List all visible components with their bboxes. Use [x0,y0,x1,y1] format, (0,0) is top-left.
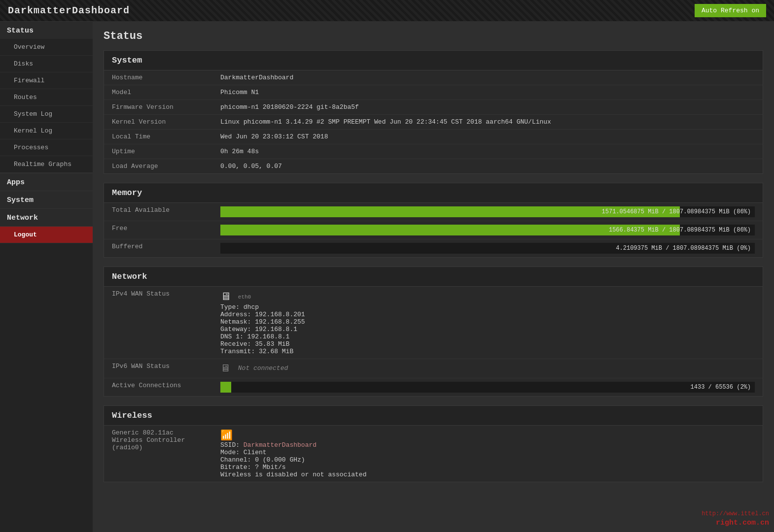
system-label-firmware: Firmware Version [104,100,212,115]
wireless-channel: 0 (0.000 GHz) [255,456,305,464]
sidebar-item-realtimegraphs[interactable]: Realtime Graphs [0,156,93,173]
network-bar-connections: 1433 / 65536 (2%) [212,378,763,397]
system-info-table: Hostname DarkmatterDashboard Model Phico… [104,70,763,173]
sidebar-item-systemlog[interactable]: System Log [0,106,93,123]
memory-label-buffered: Buffered [104,239,212,258]
memory-row-free: Free 1566.84375 MiB / 1807.08984375 MiB … [104,221,763,239]
memory-row-total: Total Available 1571.0546875 MiB / 1807.… [104,203,763,221]
memory-section-title: Memory [104,183,763,203]
network-section-title: Network [104,267,763,287]
wireless-bitrate: ? Mbit/s [255,464,285,471]
system-row-firmware: Firmware Version phicomm-n1 20180620-222… [104,100,763,115]
memory-bar-free: 1566.84375 MiB / 1807.08984375 MiB (86%) [212,221,763,239]
network-label-ipv4wan: IPv4 WAN Status [104,287,212,359]
system-value-loadavg: 0.00, 0.05, 0.07 [212,159,763,174]
network-ipv6-status: Not connected [238,365,288,372]
memory-text-buffered: 4.2109375 MiB / 1807.08984375 MiB (0%) [616,245,751,252]
system-value-uptime: 0h 26m 48s [212,144,763,159]
system-row-model: Model Phicomm N1 [104,85,763,100]
memory-info-table: Total Available 1571.0546875 MiB / 1807.… [104,203,763,257]
system-label-loadavg: Load Average [104,159,212,174]
sidebar-section-system: System [0,191,93,208]
memory-label-total: Total Available [104,203,212,221]
system-label-uptime: Uptime [104,144,212,159]
system-row-uptime: Uptime 0h 26m 48s [104,144,763,159]
network-row-ipv6wan: IPv6 WAN Status 🖥 Not connected [104,359,763,378]
system-section: System Hostname DarkmatterDashboard Mode… [104,50,763,174]
network-interface-label: eth0 [238,294,251,300]
network-text-connections: 1433 / 65536 (2%) [691,384,751,391]
wireless-label-controller: Generic 802.11ac Wireless Controller (ra… [104,426,212,482]
system-section-title: System [104,51,763,70]
wireless-section-title: Wireless [104,406,763,426]
network-info-table: IPv4 WAN Status 🖥 eth0 Type: dhcp Addres… [104,287,763,396]
sidebar-item-processes[interactable]: Processes [0,139,93,156]
system-label-localtime: Local Time [104,130,212,144]
wireless-mode: Client [244,449,267,456]
main-content: Status System Hostname DarkmatterDashboa… [93,21,774,532]
layout: Status Overview Disks Firewall Routes Sy… [0,21,774,532]
sidebar-item-routes[interactable]: Routes [0,89,93,106]
memory-bar-total: 1571.0546875 MiB / 1807.08984375 MiB (86… [212,203,763,221]
network-value-ipv6wan: 🖥 Not connected [212,359,763,378]
system-row-loadavg: Load Average 0.00, 0.05, 0.07 [104,159,763,174]
system-value-localtime: Wed Jun 20 23:03:12 CST 2018 [212,130,763,144]
system-label-model: Model [104,85,212,100]
app-title: DarkmatterDashboard [8,5,130,16]
network-row-connections: Active Connections 1433 / 65536 (2%) [104,378,763,397]
wireless-status: Wireless is disabled or not associated [220,471,366,478]
memory-section: Memory Total Available 1571.0546875 MiB … [104,183,763,258]
network-label-ipv6wan: IPv6 WAN Status [104,359,212,378]
sidebar-section-apps: Apps [0,173,93,191]
memory-label-free: Free [104,221,212,239]
system-value-model: Phicomm N1 [212,85,763,100]
wireless-row-controller: Generic 802.11ac Wireless Controller (ra… [104,426,763,482]
sidebar-item-logout[interactable]: Logout [0,226,93,243]
system-label-hostname: Hostname [104,70,212,85]
network-details-ipv4: Type: dhcp Address: 192.168.8.201 Netmas… [220,303,755,355]
system-label-kernel: Kernel Version [104,115,212,130]
network-section: Network IPv4 WAN Status 🖥 eth0 Type: dhc… [104,266,763,397]
sidebar-section-network: Network [0,208,93,226]
sidebar-section-status: Status [0,21,93,39]
system-value-kernel: Linux phicomm-n1 3.14.29 #2 SMP PREEMPT … [212,115,763,130]
memory-text-free: 1566.84375 MiB / 1807.08984375 MiB (86%) [609,227,751,233]
sidebar-item-kernellog[interactable]: Kernel Log [0,123,93,139]
sidebar-item-firewall[interactable]: Firewall [0,72,93,89]
wireless-info-table: Generic 802.11ac Wireless Controller (ra… [104,426,763,482]
header: DarkmatterDashboard Auto Refresh on [0,0,774,21]
memory-text-total: 1571.0546875 MiB / 1807.08984375 MiB (86… [602,208,751,215]
wireless-icon: 📶 [220,430,233,441]
network-label-connections: Active Connections [104,378,212,397]
network-value-ipv4wan: 🖥 eth0 Type: dhcp Address: 192.168.8.201… [212,287,763,359]
system-row-kernel: Kernel Version Linux phicomm-n1 3.14.29 … [104,115,763,130]
system-value-firmware: phicomm-n1 20180620-2224 git-8a2ba5f [212,100,763,115]
auto-refresh-button[interactable]: Auto Refresh on [695,4,766,17]
system-row-localtime: Local Time Wed Jun 20 23:03:12 CST 2018 [104,130,763,144]
memory-row-buffered: Buffered 4.2109375 MiB / 1807.08984375 M… [104,239,763,258]
wireless-section: Wireless Generic 802.11ac Wireless Contr… [104,405,763,482]
sidebar-item-disks[interactable]: Disks [0,56,93,72]
wireless-details: SSID: DarkmatterDashboard Mode: Client C… [220,441,755,478]
sidebar-item-overview[interactable]: Overview [0,39,93,56]
page-title: Status [104,30,763,42]
wireless-ssid: DarkmatterDashboard [244,441,317,449]
network-icon-ipv4: 🖥 [220,291,231,303]
wireless-value-controller: 📶 SSID: DarkmatterDashboard Mode: Client… [212,426,763,482]
network-row-ipv4wan: IPv4 WAN Status 🖥 eth0 Type: dhcp Addres… [104,287,763,359]
memory-bar-buffered: 4.2109375 MiB / 1807.08984375 MiB (0%) [212,239,763,258]
system-row-hostname: Hostname DarkmatterDashboard [104,70,763,85]
system-value-hostname: DarkmatterDashboard [212,70,763,85]
sidebar: Status Overview Disks Firewall Routes Sy… [0,21,93,532]
network-icon-ipv6: 🖥 [220,363,230,374]
